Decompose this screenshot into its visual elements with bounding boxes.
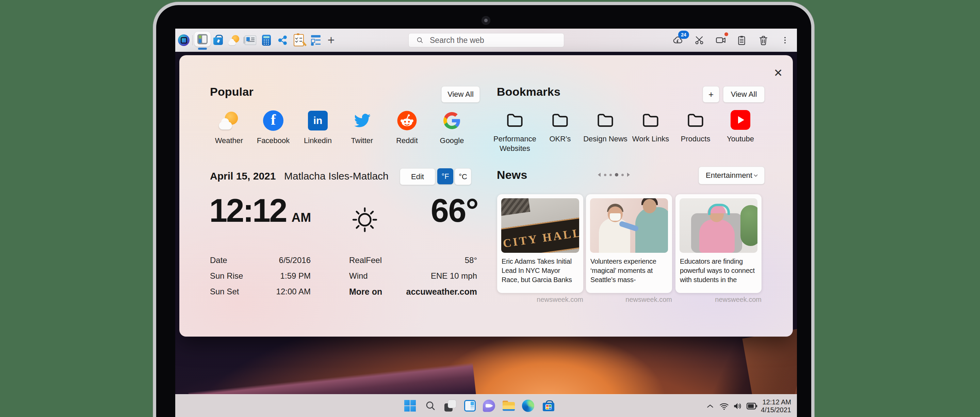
clock-date: 4/15/2021 [760,406,791,414]
tasks-clipboard-icon [294,34,304,46]
page-dot[interactable] [609,174,612,176]
news-headline: Educators are finding powerful ways to c… [680,257,757,286]
wifi-icon[interactable] [719,401,729,411]
popular-item-twitter[interactable]: Twitter [340,110,384,145]
weather-row-more: More on accuweather.com [349,287,477,297]
linkedin-icon: in [307,110,329,131]
time-meridiem: AM [292,211,311,225]
dashboard-icon [197,34,208,44]
news-source: newsweek.com [586,296,672,304]
popular-view-all-button[interactable]: View All [441,86,480,102]
popular-item-weather[interactable]: Weather [207,110,251,145]
news-card[interactable]: Educators are finding powerful ways to c… [675,194,762,293]
bookmark-item-products[interactable]: Products [670,110,721,144]
delete-button[interactable] [756,34,770,47]
add-bookmark-button[interactable]: + [703,86,719,102]
unit-f-label: °F [441,172,449,181]
news-pagination[interactable] [597,171,630,179]
search-input[interactable] [429,35,553,45]
news-card[interactable]: CITY HALL Eric Adams Takes Initial Lead … [497,194,583,293]
next-arrow-icon[interactable] [627,173,630,177]
desktop-background: + 24 [0,0,980,417]
news-app-button[interactable] [243,34,257,47]
facebook-icon: f [262,110,284,131]
store-button[interactable] [541,398,556,413]
page-dot-active[interactable] [615,173,618,176]
more-menu-button[interactable] [778,34,792,47]
kebab-menu-icon [781,36,789,45]
calculator-button[interactable] [259,34,273,47]
bookmark-item-performance[interactable]: Performance Websites [489,110,540,153]
weather-row-realfeel: RealFeel 58° [349,256,477,266]
popular-view-all-label: View All [447,90,474,99]
popular-item-facebook[interactable]: f Facebook [251,110,295,145]
task-view-button[interactable] [443,398,458,413]
widgets-button[interactable] [463,398,477,413]
rewards-badge: 24 [678,31,689,39]
chat-button[interactable] [482,398,496,413]
page-dot[interactable] [621,174,624,176]
file-explorer-button[interactable] [501,398,516,413]
close-panel-button[interactable]: ✕ [771,66,786,80]
accuweather-link[interactable]: accuweather.com [349,287,477,297]
search-icon [425,400,436,411]
volume-icon[interactable] [733,401,743,411]
folder-icon [685,110,706,130]
edit-label: Edit [411,173,424,181]
bookmark-item-okrs[interactable]: OKR’s [535,110,585,144]
bookmark-item-work-links[interactable]: Work Links [625,110,676,144]
microsoft-store-icon [543,400,554,411]
bookmarks-view-all-button[interactable]: View All [723,86,765,102]
weather-row-wind: Wind ENE 10 mph [349,271,477,281]
popular-item-linkedin[interactable]: in Linkedin [296,110,340,145]
bookmark-item-youtube[interactable]: Youtube [715,110,766,144]
edge-icon [522,399,534,412]
page-dot[interactable] [604,174,606,176]
popular-item-reddit[interactable]: Reddit [385,110,429,145]
weather-edit-button[interactable]: Edit [400,168,435,185]
bookmark-label: Design News [580,134,631,144]
collections-button[interactable] [735,34,748,47]
taskbar-search-button[interactable] [423,398,438,413]
web-capture-button[interactable] [692,34,706,47]
taskbar: 12:12 AM 4/15/2021 [175,394,797,417]
edge-button[interactable] [520,398,536,413]
weather-app-button[interactable] [227,34,241,47]
browser-logo-button[interactable] [177,34,191,47]
news-card[interactable]: Volunteers experience ‘magical’ moments … [586,194,672,293]
news-image-educator [679,198,757,253]
time-value: 12:12 [209,194,286,227]
dashboard-tab-active[interactable] [194,32,211,47]
bookmarks-title: Bookmarks [497,85,560,99]
calculator-icon [262,35,271,46]
unit-celsius-button[interactable]: °C [455,168,471,185]
webcam-dot [482,16,490,25]
news-category-dropdown[interactable]: Entertainment [698,166,765,184]
unit-fahrenheit-button[interactable]: °F [437,168,453,184]
taskbar-clock[interactable]: 12:12 AM 4/15/2021 [760,398,791,414]
tasks-button[interactable] [292,34,305,47]
popular-item-label: Facebook [251,136,295,145]
forms-button[interactable] [309,34,323,47]
share-button[interactable] [276,34,290,47]
clipboard-icon [736,35,747,46]
search-bar[interactable] [408,33,564,47]
shopping-button[interactable] [211,34,225,47]
share-icon [277,35,288,46]
popular-item-google[interactable]: Google [430,110,474,145]
bookmark-label: OKR’s [535,134,585,144]
new-tab-button[interactable]: + [324,34,338,47]
recording-dot [724,32,728,36]
news-image-city-hall: CITY HALL [501,198,579,253]
google-icon [441,110,463,131]
prev-arrow-icon[interactable] [597,173,601,177]
newspaper-icon [245,35,256,45]
battery-icon[interactable] [746,402,758,411]
chevron-up-icon[interactable] [706,403,714,409]
popular-item-label: Twitter [340,136,384,145]
folder-icon [550,110,570,130]
weather-time: 12:12 AM [209,194,311,227]
news-title: News [497,168,527,182]
start-button[interactable] [402,398,417,413]
bookmark-item-design-news[interactable]: Design News [580,110,631,144]
